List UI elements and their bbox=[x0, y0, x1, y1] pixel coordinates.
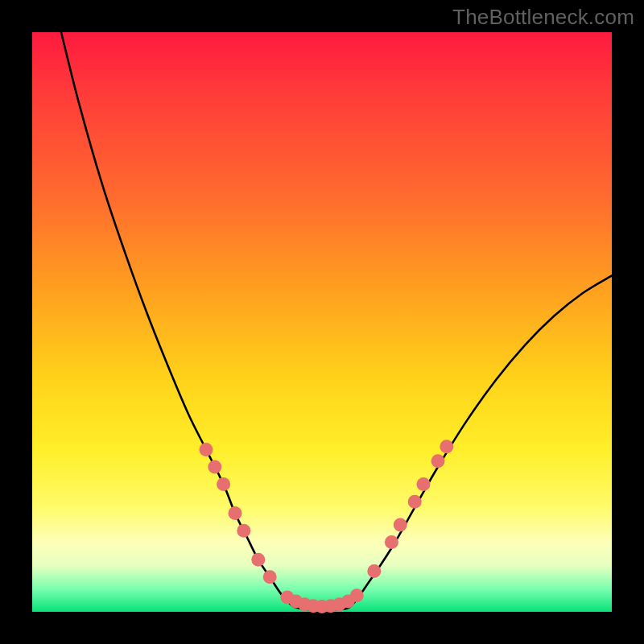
data-dot bbox=[367, 564, 381, 578]
data-dot bbox=[350, 588, 364, 602]
data-dot bbox=[385, 535, 398, 549]
data-dot bbox=[237, 524, 250, 538]
data-dot bbox=[200, 443, 213, 456]
data-dot bbox=[229, 506, 242, 520]
data-dot bbox=[431, 454, 445, 468]
watermark-text: TheBottleneck.com bbox=[452, 5, 634, 30]
data-dot bbox=[440, 440, 453, 453]
plot-area bbox=[32, 32, 612, 612]
data-dot bbox=[208, 460, 221, 474]
data-dot bbox=[394, 518, 407, 532]
v-curve bbox=[61, 32, 612, 610]
chart-frame: TheBottleneck.com bbox=[0, 0, 644, 644]
data-dot bbox=[417, 477, 431, 491]
data-dot bbox=[263, 570, 277, 584]
dots-group bbox=[200, 440, 454, 613]
data-dot bbox=[251, 553, 265, 567]
data-dot bbox=[217, 477, 230, 491]
data-dot bbox=[408, 495, 422, 509]
curve-group bbox=[61, 32, 612, 610]
curve-svg bbox=[32, 32, 612, 612]
